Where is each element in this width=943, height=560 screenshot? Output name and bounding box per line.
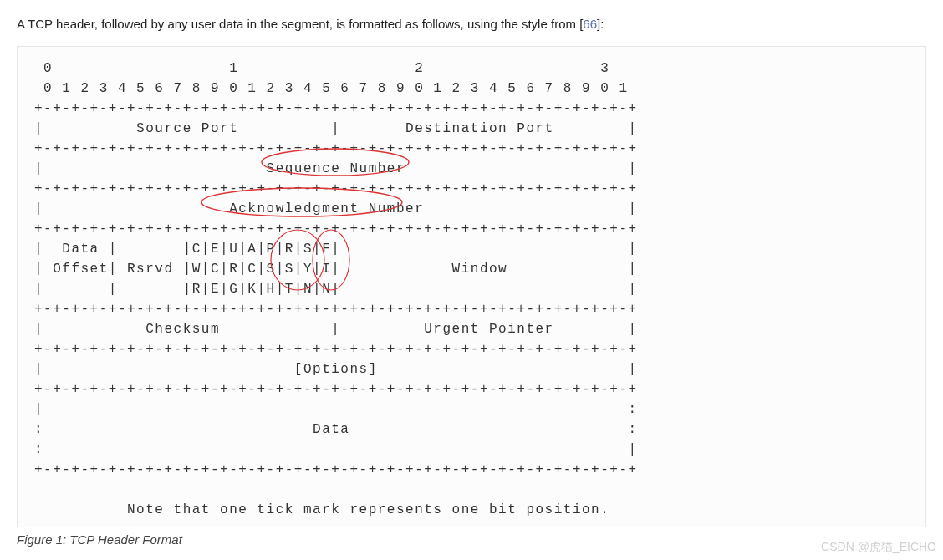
intro-text-after: ]: (597, 17, 604, 31)
figure-caption: Figure 1: TCP Header Format (17, 532, 926, 547)
ascii-figure-box: 0 1 2 3 0 1 2 3 4 5 6 7 8 9 0 1 2 3 4 5 … (17, 46, 926, 527)
intro-text-before: A TCP header, followed by any user data … (17, 17, 583, 31)
citation-link[interactable]: 66 (583, 17, 597, 31)
intro-paragraph: A TCP header, followed by any user data … (17, 15, 926, 34)
tcp-header-ascii: 0 1 2 3 0 1 2 3 4 5 6 7 8 9 0 1 2 3 4 5 … (34, 59, 909, 520)
